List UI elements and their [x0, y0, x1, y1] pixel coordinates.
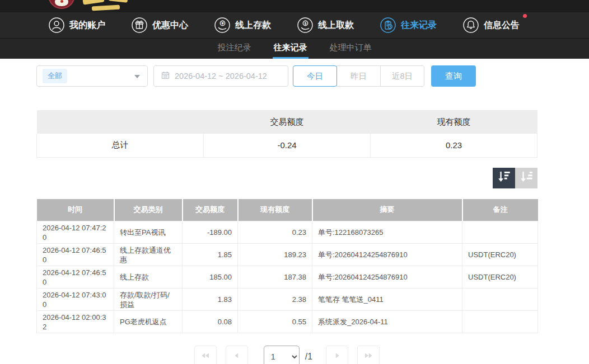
page-select[interactable]: 1 — [264, 346, 300, 364]
last-page-button[interactable] — [357, 346, 380, 364]
svg-text:¥: ¥ — [221, 21, 224, 26]
cell-summary: 单号:202604124254876910 — [312, 244, 462, 266]
nav-item-withdraw[interactable]: $ 线上取款 — [297, 17, 354, 34]
cell-type: 转出至PA视讯 — [114, 221, 183, 244]
records-header-row: 时间 交易类别 交易额度 现有额度 摘要 备注 — [37, 199, 538, 221]
col-header-type[interactable]: 交易类别 — [114, 199, 183, 221]
search-button[interactable]: 查询 — [431, 65, 476, 87]
cell-remark — [462, 289, 538, 311]
sort-descending-icon — [495, 169, 512, 187]
cell-balance: 0.55 — [238, 311, 312, 333]
cell-time: 2026-04-12 02:00:32 — [37, 311, 114, 333]
cell-amount: 0.08 — [183, 311, 238, 333]
cell-summary: 系统派发_2026-04-11 — [312, 311, 462, 333]
tab-transaction-records[interactable]: 往来记录 — [273, 39, 308, 59]
notification-badge-dot — [523, 14, 527, 18]
top-bar — [0, 0, 589, 12]
nav-label: 往来记录 — [401, 20, 437, 31]
filter-row: 全部 2026-04-12 ~ 2026-04-12 今日 昨日 近8日 查询 — [36, 65, 537, 87]
table-row: 2026-04-12 07:46:50 线上存款 185.00 187.38 单… — [37, 266, 538, 289]
table-row: 2026-04-12 07:46:50 线上存款通道优惠 1.85 189.23… — [37, 244, 538, 266]
chevron-down-icon — [134, 75, 140, 78]
summary-total-transaction: -0.24 — [204, 134, 371, 157]
cell-summary: 笔笔存 笔笔送_0411 — [312, 289, 462, 311]
table-row: 2026-04-12 02:00:32 PG老虎机返点 0.08 0.55 系统… — [37, 311, 538, 333]
tab-bet-records[interactable]: 投注纪录 — [217, 39, 253, 59]
tab-pending-orders[interactable]: 处理中订单 — [329, 39, 373, 59]
type-selected-tag[interactable]: 全部 — [43, 69, 67, 83]
tab-label: 处理中订单 — [330, 42, 372, 53]
cell-summary: 单号:122168073265 — [312, 221, 462, 244]
date-range-value: 2026-04-12 ~ 2026-04-12 — [175, 72, 267, 81]
summary-table: 交易额度 现有额度 总计 -0.24 0.23 — [36, 110, 537, 158]
main-navbar: 我的账户 优惠中心 ¥ 线上存款 — [0, 12, 589, 38]
col-header-amount[interactable]: 交易额度 — [183, 199, 238, 221]
double-chevron-right-icon — [363, 351, 373, 363]
page-total: /1 — [305, 352, 312, 362]
col-header-time[interactable]: 时间 — [37, 199, 114, 221]
nav-item-deposit[interactable]: ¥ 线上存款 — [214, 17, 271, 34]
cell-amount: 1.85 — [183, 244, 238, 266]
cell-balance: 0.23 — [238, 221, 312, 244]
gift-icon — [131, 17, 148, 34]
cell-remark: USDT(ERC20) — [462, 266, 538, 289]
nav-item-my-account[interactable]: 我的账户 — [48, 17, 105, 34]
tab-label: 投注纪录 — [218, 42, 251, 53]
summary-total-row: 总计 -0.24 0.23 — [37, 134, 537, 157]
nav-item-promotions[interactable]: 优惠中心 — [131, 17, 188, 34]
nav-item-records[interactable]: 往来记录 — [380, 17, 437, 34]
cell-summary: 单号:202604124254876910 — [312, 266, 462, 289]
sort-descending-button[interactable] — [493, 168, 515, 188]
logo-gold-text — [82, 0, 104, 5]
withdraw-icon: $ — [297, 17, 314, 34]
brand-logo[interactable] — [48, 0, 132, 12]
summary-header-transaction-amount: 交易额度 — [204, 110, 371, 134]
last-8-days-button[interactable]: 近8日 — [380, 65, 424, 87]
nav-label: 优惠中心 — [152, 20, 188, 31]
yesterday-button[interactable]: 昨日 — [336, 65, 381, 87]
calendar-icon — [161, 71, 170, 81]
deposit-icon: ¥ — [214, 17, 231, 34]
next-page-button[interactable] — [326, 346, 348, 364]
double-chevron-left-icon — [200, 351, 211, 363]
summary-header-empty — [37, 110, 204, 134]
content-area: 全部 2026-04-12 ~ 2026-04-12 今日 昨日 近8日 查询 — [36, 65, 537, 364]
cell-remark — [462, 221, 538, 244]
cell-type: PG老虎机返点 — [114, 311, 183, 333]
cell-amount: 1.83 — [183, 289, 238, 311]
logo-gold-text — [92, 5, 120, 11]
type-select[interactable]: 全部 — [36, 65, 148, 87]
cell-time: 2026-04-12 07:43:00 — [37, 289, 114, 311]
summary-total-label: 总计 — [37, 134, 204, 157]
cell-balance: 189.23 — [238, 244, 312, 266]
previous-page-button[interactable] — [226, 346, 248, 364]
cell-time: 2026-04-12 07:46:50 — [37, 244, 114, 266]
summary-total-balance: 0.23 — [371, 134, 537, 157]
cell-amount: -189.00 — [183, 221, 238, 244]
cell-time: 2026-04-12 07:47:20 — [37, 221, 114, 244]
cell-remark — [462, 311, 538, 333]
nav-label: 信息公告 — [484, 20, 520, 31]
records-icon — [380, 17, 396, 34]
col-header-summary[interactable]: 摘要 — [312, 199, 462, 221]
nav-label: 线上取款 — [318, 20, 354, 31]
chevron-right-icon — [332, 351, 342, 363]
table-row: 2026-04-12 07:43:00 存款/取款/打码/损益 1.83 2.3… — [37, 289, 538, 311]
date-range-input[interactable]: 2026-04-12 ~ 2026-04-12 — [153, 65, 288, 87]
nav-item-announcements[interactable]: 信息公告 — [462, 17, 520, 34]
sub-tabbar: 投注纪录 往来记录 处理中订单 — [0, 38, 589, 59]
pagination: 1 /1 — [36, 346, 537, 364]
bell-icon — [462, 17, 479, 34]
cell-balance: 2.38 — [238, 289, 312, 311]
cell-type: 线上存款 — [114, 266, 183, 289]
col-header-balance[interactable]: 现有额度 — [238, 199, 312, 221]
today-button[interactable]: 今日 — [293, 65, 337, 87]
tab-label: 往来记录 — [274, 42, 307, 53]
svg-text:$: $ — [304, 21, 307, 26]
summary-header-current-balance: 现有额度 — [371, 110, 537, 134]
table-row: 2026-04-12 07:47:20 转出至PA视讯 -189.00 0.23… — [37, 221, 538, 244]
cell-amount: 185.00 — [183, 266, 238, 289]
col-header-remark[interactable]: 备注 — [462, 199, 538, 221]
first-page-button[interactable] — [194, 346, 217, 364]
sort-ascending-button[interactable] — [515, 168, 537, 188]
